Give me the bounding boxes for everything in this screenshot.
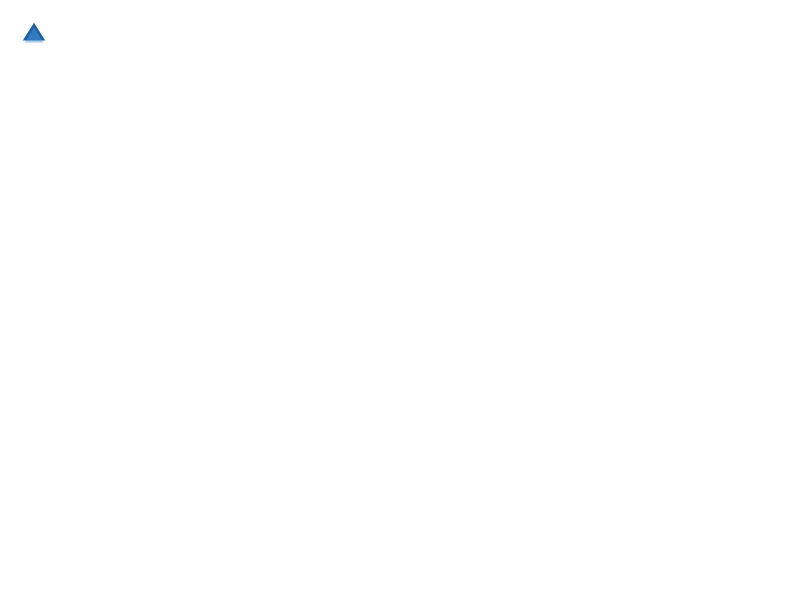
- logo: [20, 20, 52, 48]
- page-header: [20, 20, 772, 48]
- logo-icon: [20, 20, 48, 48]
